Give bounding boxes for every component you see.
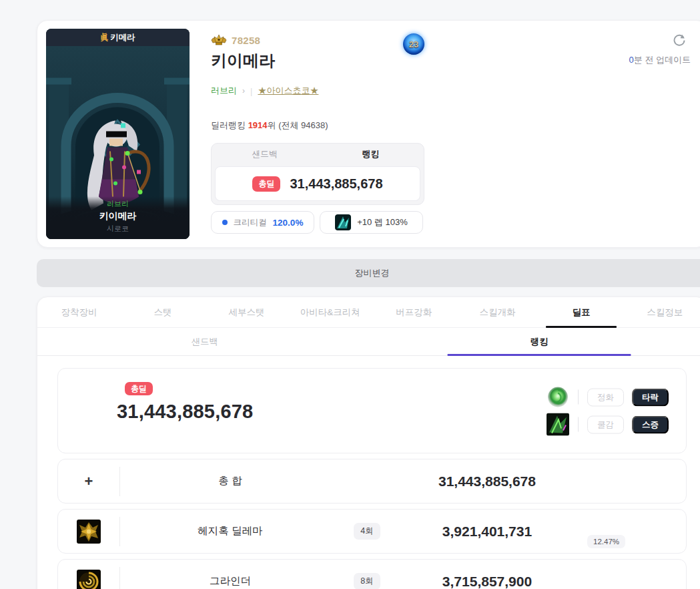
level-stat-pill: +10 렙 103% xyxy=(320,211,423,234)
guild-link[interactable]: ★아이스쵸코★ xyxy=(258,85,318,97)
total-damage-badge: 총딜 xyxy=(252,176,280,192)
skill-boost-button[interactable]: 스증 xyxy=(632,415,669,433)
tab-skill-info[interactable]: 스킬정보 xyxy=(623,297,700,327)
update-minutes: 0 xyxy=(629,55,634,65)
row-name: 그라인더 xyxy=(120,560,340,589)
profile-card: 眞 키메라 xyxy=(37,20,700,248)
character-card: 眞 키메라 xyxy=(46,29,190,239)
level-orb-badge: 23 xyxy=(403,33,424,55)
total-damage-panel: 총딜 31,443,885,678 정화 타락 xyxy=(57,368,687,453)
row-value: 31,443,885,678 xyxy=(394,459,581,503)
row-value: 3,715,857,900 xyxy=(394,560,581,589)
blue-dot-icon xyxy=(222,220,228,225)
damage-percent-badge: 12.47% xyxy=(587,535,625,548)
corruption-button[interactable]: 타락 xyxy=(632,388,669,406)
row-name: 헤지혹 딜레마 xyxy=(120,510,340,553)
hedgehog-dilemma-skill-icon xyxy=(77,520,101,544)
table-row-skill[interactable]: 그라인더 8회 3,715,857,900 xyxy=(57,559,687,589)
tab-equipment[interactable]: 장착장비 xyxy=(37,297,121,327)
panel-total-value: 31,443,885,678 xyxy=(117,401,253,423)
table-row-total[interactable]: + 총 합 31,443,885,678 xyxy=(57,459,687,504)
total-damage-box: 총딜 31,443,885,678 xyxy=(215,166,420,201)
breadcrumb: 러브리 › | ★아이스쵸코★ xyxy=(211,85,318,97)
refresh-icon[interactable] xyxy=(672,33,687,47)
table-row-skill[interactable]: 헤지혹 딜레마 4회 3,921,401,731 12.47% xyxy=(57,509,687,554)
purify-orb-icon xyxy=(547,386,569,409)
divider xyxy=(578,417,579,432)
ranking-prefix: 딜러랭킹 xyxy=(211,120,248,130)
character-card-title: 眞 키메라 xyxy=(46,29,190,46)
character-overlay: 러브리 키이메라 시로코 xyxy=(46,196,190,239)
breadcrumb-server-link[interactable]: 러브리 xyxy=(211,85,237,97)
cooldown-button[interactable]: 쿨감 xyxy=(587,415,624,433)
damage-option-toggles: 정화 타락 쿨감 스증 xyxy=(547,386,669,436)
hit-count-badge: 8회 xyxy=(354,573,380,589)
critical-stat-pill: 크리티컬 120.0% xyxy=(211,211,314,234)
overlay-world: 시로코 xyxy=(107,224,129,234)
combat-score-value: 78258 xyxy=(232,35,260,46)
mini-tab-ranking[interactable]: 랭킹 xyxy=(318,144,424,165)
breadcrumb-separator: | xyxy=(250,86,252,96)
row-name: 총 합 xyxy=(120,459,340,503)
grinder-skill-icon xyxy=(77,570,101,589)
true-title-prefix: 眞 xyxy=(101,32,109,43)
corruption-toggle-row: 정화 타락 xyxy=(547,386,669,409)
plus-icon[interactable]: + xyxy=(85,473,93,490)
panel-total-badge: 총딜 xyxy=(125,382,153,395)
divider xyxy=(578,390,579,405)
ranking-suffix: 위 xyxy=(268,120,279,130)
level-stat-label: +10 렙 103% xyxy=(357,216,408,228)
tab-damage-table[interactable]: 딜표 xyxy=(539,297,623,327)
subtab-sandbag[interactable]: 샌드백 xyxy=(37,328,372,355)
level-skill-icon xyxy=(335,214,351,230)
purify-button[interactable]: 정화 xyxy=(587,388,624,406)
ranking-rank: 1914 xyxy=(248,120,268,130)
row-value: 3,921,401,731 xyxy=(394,510,581,553)
page-title-character-name: 키이메라 xyxy=(211,50,275,71)
cooldown-toggle-row: 쿨감 스증 xyxy=(547,413,669,436)
last-update-text: 0분 전 업데이트 xyxy=(629,54,691,66)
tab-buff-enhance[interactable]: 버프강화 xyxy=(372,297,456,327)
damage-mode-box: 샌드백 랭킹 총딜 31,443,885,678 xyxy=(211,143,424,205)
main-tab-bar: 장착장비 스탯 세부스탯 아비타&크리쳐 버프강화 스킬개화 딜표 스킬정보 xyxy=(37,297,700,328)
hit-count-badge: 4회 xyxy=(354,523,380,540)
ranking-total: (전체 94638) xyxy=(278,120,328,130)
total-damage-value: 31,443,885,678 xyxy=(290,176,382,192)
chevron-right-icon: › xyxy=(242,86,245,95)
mini-tab-sandbag[interactable]: 샌드백 xyxy=(212,144,318,165)
tab-detail-stats[interactable]: 세부스탯 xyxy=(205,297,288,327)
overlay-server: 러브리 xyxy=(107,199,129,209)
combat-score: 78258 xyxy=(211,34,260,46)
critical-label: 크리티컬 xyxy=(234,217,267,228)
tab-stats[interactable]: 스탯 xyxy=(121,297,204,327)
overlay-character-name: 키이메라 xyxy=(99,210,137,222)
subtab-ranking[interactable]: 랭킹 xyxy=(372,328,700,355)
update-text: 분 전 업데이트 xyxy=(634,55,691,65)
cooldown-skill-icon xyxy=(547,413,569,436)
sub-tab-bar: 샌드백 랭킹 xyxy=(37,328,700,356)
crown-wings-icon xyxy=(211,34,227,46)
dealer-ranking-line: 딜러랭킹 1914위 (전체 94638) xyxy=(211,120,328,132)
detail-card: 장착장비 스탯 세부스탯 아비타&크리쳐 버프강화 스킬개화 딜표 스킬정보 샌… xyxy=(37,297,700,589)
tab-arbiter-creature[interactable]: 아비타&크리쳐 xyxy=(288,297,372,327)
equip-change-button[interactable]: 장비변경 xyxy=(37,259,700,287)
critical-value: 120.0% xyxy=(273,218,304,228)
tab-skill-bloom[interactable]: 스킬개화 xyxy=(456,297,539,327)
character-card-title-text: 키메라 xyxy=(110,32,135,43)
